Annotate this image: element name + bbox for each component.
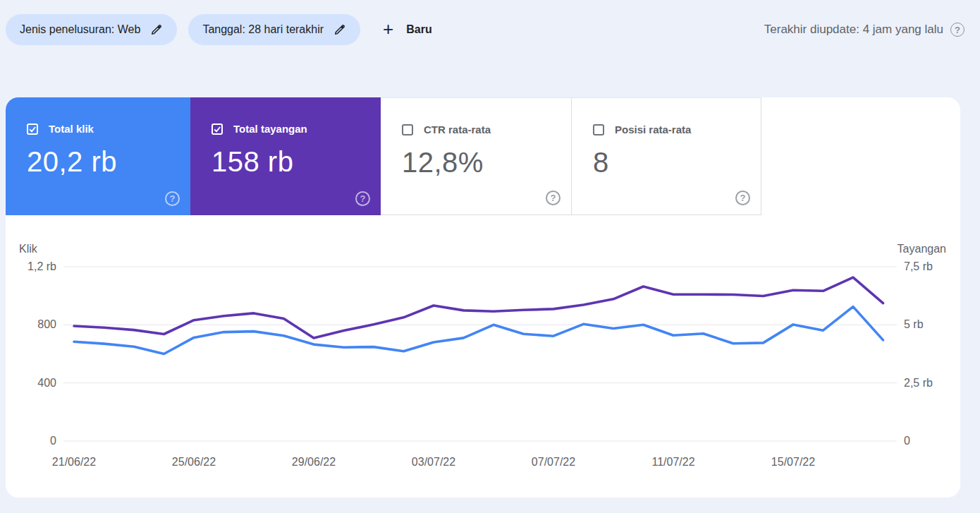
axis-tick-label: 2,5 rb xyxy=(904,376,933,390)
metric-cards-row: Total klik 20,2 rb ? Total tayangan 158 … xyxy=(6,97,960,215)
axis-tick-label: 0 xyxy=(6,434,56,448)
help-icon[interactable]: ? xyxy=(355,191,370,206)
metric-label: Total klik xyxy=(49,123,94,135)
metric-card-posisi[interactable]: Posisi rata-rata 8 ? xyxy=(571,97,761,215)
metric-label: CTR rata-rata xyxy=(424,123,491,135)
checkbox-checked-icon[interactable] xyxy=(27,123,38,135)
last-updated-status: Terakhir diupdate: 4 jam yang lalu ? xyxy=(764,23,964,37)
axis-tick-label: 800 xyxy=(6,318,56,332)
checkbox-unchecked-icon[interactable] xyxy=(593,124,604,135)
new-filter-button[interactable]: + Baru xyxy=(383,20,432,39)
edit-icon xyxy=(150,23,163,36)
axis-tick-label: 21/06/22 xyxy=(52,456,96,469)
axis-tick-label: 5 rb xyxy=(904,318,924,332)
metric-label: Posisi rata-rata xyxy=(615,123,691,135)
last-updated-text: Terakhir diupdate: 4 jam yang lalu xyxy=(764,23,943,37)
axis-tick-label: 0 xyxy=(904,434,910,448)
help-icon[interactable]: ? xyxy=(950,23,964,37)
help-icon[interactable]: ? xyxy=(546,191,561,205)
checkbox-unchecked-icon[interactable] xyxy=(402,124,413,135)
search-type-chip-label: Jenis penelusuran: Web xyxy=(20,23,140,36)
help-icon[interactable]: ? xyxy=(165,191,180,206)
metric-value: 20,2 rb xyxy=(27,146,176,178)
plus-icon: + xyxy=(383,20,393,38)
tayangan-line[interactable] xyxy=(74,277,883,338)
filter-bar: Jenis penelusuran: Web Tanggal: 28 hari … xyxy=(6,14,964,45)
performance-chart: Klik Tayangan 04008001,2 rb 02,5 rb5 rb7… xyxy=(6,215,960,497)
metric-value: 12,8% xyxy=(402,147,557,179)
metric-card-ctr[interactable]: CTR rata-rata 12,8% ? xyxy=(381,97,571,215)
metric-value: 158 rb xyxy=(212,146,367,178)
axis-tick-label: 03/07/22 xyxy=(412,456,455,469)
performance-panel: Total klik 20,2 rb ? Total tayangan 158 … xyxy=(6,97,960,497)
axis-tick-label: 07/07/22 xyxy=(532,456,575,469)
metric-card-total-klik[interactable]: Total klik 20,2 rb ? xyxy=(6,97,190,215)
metric-label: Total tayangan xyxy=(233,123,307,135)
date-range-chip-label: Tanggal: 28 hari terakhir xyxy=(202,23,324,36)
klik-line[interactable] xyxy=(74,307,883,354)
metric-value: 8 xyxy=(593,147,747,179)
checkbox-checked-icon[interactable] xyxy=(212,123,223,135)
axis-tick-label: 15/07/22 xyxy=(771,456,815,469)
axis-tick-label: 1,2 rb xyxy=(6,260,56,274)
new-filter-label: Baru xyxy=(406,23,431,36)
edit-icon xyxy=(333,23,346,36)
chart-canvas xyxy=(6,215,960,497)
axis-tick-label: 7,5 rb xyxy=(904,260,933,274)
metric-card-total-tayangan[interactable]: Total tayangan 158 rb ? xyxy=(190,97,381,215)
help-icon[interactable]: ? xyxy=(735,191,750,205)
axis-tick-label: 25/06/22 xyxy=(172,456,216,469)
axis-tick-label: 29/06/22 xyxy=(292,456,336,469)
search-type-chip[interactable]: Jenis penelusuran: Web xyxy=(6,14,177,45)
date-range-chip[interactable]: Tanggal: 28 hari terakhir xyxy=(188,14,360,45)
axis-tick-label: 400 xyxy=(6,376,56,390)
axis-tick-label: 11/07/22 xyxy=(651,456,694,469)
